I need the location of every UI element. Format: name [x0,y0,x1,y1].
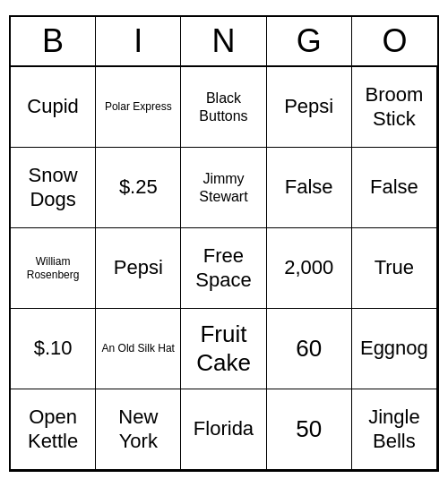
bingo-cell: Pepsi [96,228,181,309]
header-letter: I [96,17,181,65]
bingo-cell: False [267,148,352,228]
bingo-cell: New York [96,389,181,470]
bingo-cell: William Rosenberg [11,228,96,309]
header-letter: G [267,17,352,65]
bingo-cell: Snow Dogs [11,148,96,228]
bingo-cell: Broom Stick [352,67,437,148]
bingo-cell: 2,000 [267,228,352,309]
header-letter: B [11,17,96,65]
bingo-cell: An Old Silk Hat [96,309,181,389]
bingo-cell: 50 [267,389,352,470]
bingo-cell: 60 [267,309,352,389]
bingo-cell: Free Space [181,228,266,309]
bingo-cell: Polar Express [96,67,181,148]
bingo-cell: $.10 [11,309,96,389]
bingo-cell: Eggnog [352,309,437,389]
bingo-header: BINGO [11,17,437,67]
bingo-cell: Pepsi [267,67,352,148]
bingo-grid: CupidPolar ExpressBlack ButtonsPepsiBroo… [11,67,437,470]
bingo-cell: Black Buttons [181,67,266,148]
bingo-cell: Jingle Bells [352,389,437,470]
header-letter: O [352,17,437,65]
bingo-cell: Florida [181,389,266,470]
bingo-card: BINGO CupidPolar ExpressBlack ButtonsPep… [9,15,439,472]
bingo-cell: Fruit Cake [181,309,266,389]
header-letter: N [181,17,266,65]
bingo-cell: False [352,148,437,228]
bingo-cell: Cupid [11,67,96,148]
bingo-cell: Jimmy Stewart [181,148,266,228]
bingo-cell: True [352,228,437,309]
bingo-cell: $.25 [96,148,181,228]
bingo-cell: Open Kettle [11,389,96,470]
